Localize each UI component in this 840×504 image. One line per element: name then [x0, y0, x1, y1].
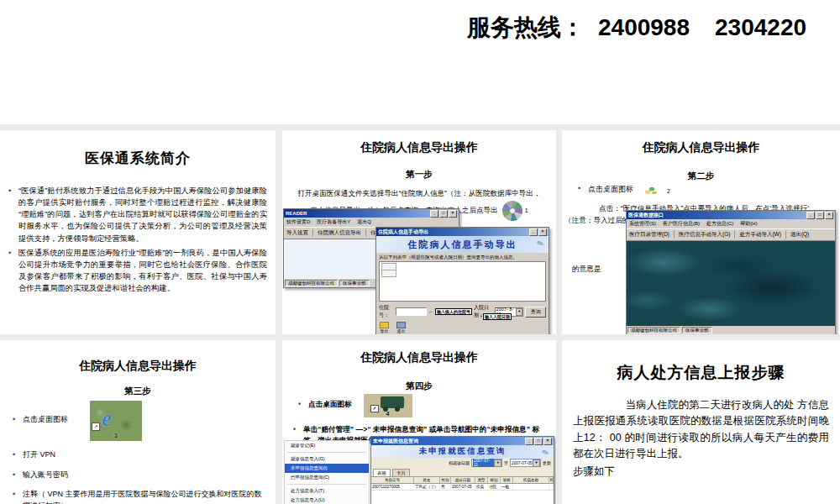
- toolbar-separator: [734, 231, 735, 239]
- nav-declared-query[interactable]: 已申报信息查询(C): [285, 473, 369, 482]
- slide5-figure-number: 4: [364, 411, 412, 417]
- data-interface-window: 医保通数据接口 _□× 系统管理(S) 客户医疗信息(B) 处方信息(C) 帮助…: [626, 210, 836, 334]
- exit-action[interactable]: 退出: [396, 322, 406, 333]
- cell-type: 疾病: [475, 484, 488, 490]
- reader-menubar: 软件设置D 医疗装备导出Y 退出Q: [284, 218, 459, 227]
- tool-catalog-mgmt[interactable]: 医疗目录管理(D): [629, 231, 669, 239]
- menu-help[interactable]: 帮助(H): [740, 220, 757, 228]
- hotline-label: 服务热线：: [467, 14, 585, 40]
- reader-titlebar: READER _□×: [284, 209, 459, 218]
- menu-system-mgmt[interactable]: 系统管理(S): [629, 220, 656, 228]
- admit-date-callout: 输入入院日期: [483, 313, 512, 320]
- slide-board: 医保通系统简介 “医保通”赔付系统致力于通过信息化手段为中国人寿保险公司参加健康…: [0, 124, 840, 504]
- date-to-combo[interactable]: 2007-07-05▼: [510, 459, 541, 467]
- nav-visit-register[interactable]: 就诊登记(E): [285, 441, 369, 450]
- inpatient-no-input[interactable]: [396, 307, 427, 316]
- menu-prescription[interactable]: 处方信息(C): [706, 220, 733, 228]
- interface-statusbar: 成都健创科技有限公司 医保事业部: [627, 326, 835, 334]
- interface-status-dept: 医保事业部: [682, 327, 712, 333]
- slide4-bullet-2: 打开 VPN: [12, 449, 265, 461]
- menu-medical-export[interactable]: 医疗装备导出Y: [317, 218, 350, 226]
- table-row[interactable]: 2007110270005 丁风起（了） 男 2007-07-05 疾病 住院 …: [371, 484, 554, 491]
- slide-2-step1: 住院病人信息导出操作 第一步 打开桌面医保通文件夹选择导出“住院病人信息”（注：…: [282, 130, 556, 334]
- slide2-line1: 打开桌面医保通文件夹选择导出“住院病人信息”（注：从医院数据库中导出，: [282, 188, 556, 200]
- tab-table[interactable]: 表格: [373, 469, 391, 476]
- slide1-bullet-2: 医保通系统的应用是医治寿险行业“理赔难”的一剂良药，是中国人寿保险公司提升市场竞…: [8, 247, 267, 295]
- hotline-phone-1: 2400988: [598, 14, 690, 40]
- minimize-icon[interactable]: _: [806, 212, 815, 219]
- close-icon[interactable]: ×: [538, 228, 547, 236]
- menu-exit[interactable]: 退出Q: [357, 218, 371, 226]
- slide1-bullet-1: “医保通”赔付系统致力于通过信息化手段为中国人寿保险公司参加健康险的客户提供实时…: [8, 185, 267, 244]
- reader-window-title: READER: [286, 211, 430, 216]
- nav-rx-entry[interactable]: 处方信息录入(T): [285, 486, 369, 496]
- close-icon[interactable]: ×: [449, 210, 457, 218]
- inpatient-no-callout: 输入病人的住院号: [435, 308, 472, 315]
- export-action[interactable]: 导出: [380, 322, 389, 333]
- nav-undeclared-query[interactable]: 未申报信息查询(I): [285, 464, 369, 473]
- slide3-figure-number: 2: [667, 188, 670, 194]
- slide6-follow: 步骤如下: [573, 465, 829, 479]
- query-banner-text: 未申报就医信息查询: [419, 446, 507, 457]
- visit-date-label: 拟就诊日期: [449, 460, 470, 465]
- query-button[interactable]: 查询: [525, 307, 546, 318]
- shortcut-arrow-icon: ↗: [92, 423, 100, 431]
- menu-customer-medical[interactable]: 客户医疗信息(B): [663, 220, 700, 228]
- refresh-button[interactable]: 更新: [543, 460, 551, 465]
- up-arrow-icon: ↑: [480, 314, 482, 319]
- minimize-icon[interactable]: _: [430, 210, 438, 218]
- chevron-down-icon[interactable]: ▼: [494, 459, 501, 467]
- col-disease: 疾病名称: [513, 477, 549, 483]
- reader-status-dept: 医保事业部: [339, 280, 370, 286]
- patient-list-area: [379, 261, 546, 302]
- minimize-icon[interactable]: _: [525, 438, 533, 445]
- export-titlebar: 住院病人信息手动导出 _×: [376, 228, 549, 236]
- maximize-icon[interactable]: □: [534, 438, 543, 445]
- query-banner: 未申报就医信息查询 ✎: [371, 445, 554, 458]
- toolbar-separator: [785, 231, 786, 239]
- slide3-title: 住院病人信息导出操作: [562, 130, 840, 155]
- menu-software-settings[interactable]: 软件设置D: [286, 218, 310, 226]
- nav-visit-import[interactable]: 就诊信息导入(G): [285, 454, 369, 464]
- query-window-buttons: _□×: [525, 438, 552, 445]
- minimize-icon[interactable]: _: [529, 228, 538, 236]
- tool-exit[interactable]: 退出(Q): [790, 231, 809, 239]
- slide3-bullet: 点击桌面图标: [577, 184, 633, 195]
- device-icon: [381, 396, 404, 408]
- interface-titlebar: 医保通数据接口 _□×: [627, 211, 835, 219]
- export-window-title: 住院病人信息手动导出: [378, 228, 529, 236]
- tool-manual-import[interactable]: 医疗信息手动导入(G): [679, 231, 730, 239]
- date-to-value: 2007-07-05: [512, 461, 533, 465]
- tool-inpatient-export[interactable]: 住院病人信息导出: [318, 229, 361, 237]
- slide2-figure-number: 1: [525, 207, 528, 213]
- export-banner: 住院病人信息手动导出 ✎: [376, 236, 549, 253]
- query-client-area: [371, 491, 554, 504]
- claims-nav-panel: 就诊登记(E) 就诊信息导入(G) 未申报信息查询(I) 已申报信息查询(C) …: [284, 440, 370, 504]
- nav-rx-import[interactable]: 处方信息导入(U): [285, 496, 369, 504]
- export-hint: 从以下列表中（根据住院号或者入院日期）查询要导出的病人信息。: [376, 253, 549, 261]
- undeclared-query-window: 未申报就医信息查询 _□× 未申报就医信息查询 ✎ 拟就诊日期 2007-07-…: [370, 436, 554, 504]
- export-footer: 导出 退出: [376, 320, 549, 334]
- desktop-pills-icon: [642, 186, 659, 196]
- tool-import-settings[interactable]: 导入设置: [286, 229, 308, 237]
- cell-name: 丁风起（了）: [414, 484, 440, 490]
- maximize-icon[interactable]: □: [816, 212, 824, 219]
- chevron-down-icon[interactable]: ▼: [516, 308, 522, 316]
- reader-status-company: 成都健创科技有限公司: [285, 280, 338, 286]
- chevron-down-icon[interactable]: ▼: [533, 459, 540, 467]
- toolbar-separator: [365, 229, 366, 237]
- export-controls: 住院号： ← 输入病人的住院号 入院日期： 2007- 8-28 ▼ 查询 ↑ …: [376, 302, 549, 320]
- export-window-buttons: _×: [529, 228, 547, 236]
- close-icon[interactable]: ×: [825, 212, 833, 219]
- tool-rx-manual-import[interactable]: 处方手动导入(W): [739, 231, 780, 239]
- close-icon[interactable]: ×: [543, 438, 552, 445]
- left-arrow-icon: ←: [428, 309, 433, 314]
- tab-card[interactable]: 卡片: [392, 469, 410, 476]
- slide4-figure-number: 3: [90, 432, 142, 441]
- date-from-combo[interactable]: 2007-07-11▼: [471, 459, 502, 467]
- slide6-title: 病人处方信息上报步骤: [562, 340, 840, 384]
- maximize-icon[interactable]: □: [439, 210, 448, 218]
- slide6-paragraph: 当病人住院的第二天进行改病人的处 方信息上报医报通系统读取医院的数据是根据医院系…: [573, 397, 829, 463]
- toolbar-separator: [312, 229, 313, 237]
- interface-status-company: 成都健创科技有限公司: [627, 327, 680, 333]
